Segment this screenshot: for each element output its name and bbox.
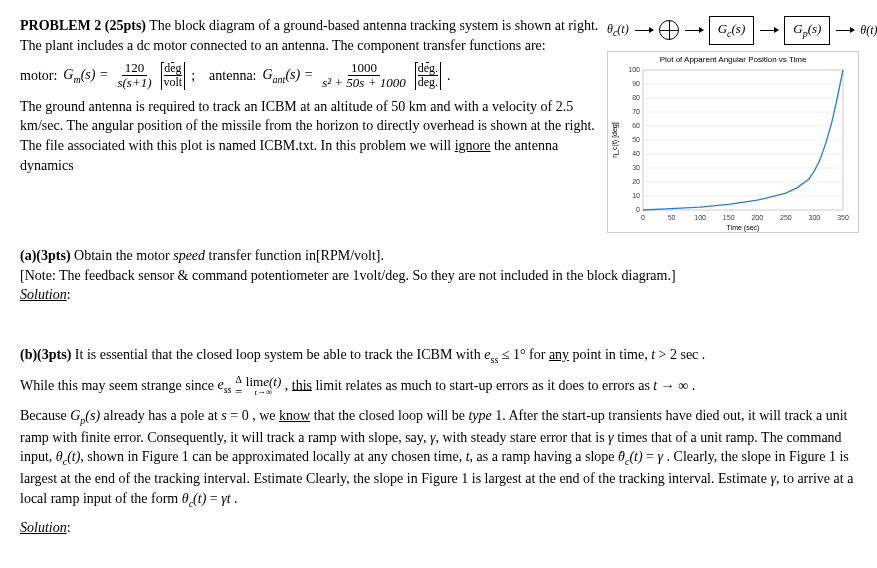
problem-header: PROBLEM 2 (25pts) The block diagram of a… [20, 16, 599, 55]
angular-position-chart: Plot of Apparent Angular Position vs Tim… [607, 51, 859, 233]
part-b-p2: While this may seem strange since ess Δ … [20, 375, 857, 398]
def-equals: Δ = [235, 375, 242, 398]
svg-text:250: 250 [780, 214, 792, 221]
block-diagram: θc(t) Gc(s) Gp(s) θ(t) [607, 16, 857, 45]
part-a-label: (a)(3pts) [20, 248, 71, 263]
antenna-lhs: Gant(s) = [262, 65, 313, 87]
svg-text:150: 150 [723, 214, 735, 221]
gc-block: Gc(s) [709, 16, 755, 45]
solution-label: Solution [20, 520, 67, 535]
arrow-icon [760, 30, 778, 31]
arrow-icon [685, 30, 703, 31]
summing-junction-icon [659, 20, 679, 40]
svg-text:20: 20 [632, 178, 640, 185]
chart-title: Plot of Apparent Angular Position vs Tim… [660, 55, 807, 64]
arrow-icon [836, 30, 854, 31]
antenna-units: deg. deg. [415, 62, 441, 89]
svg-text:0: 0 [641, 214, 645, 221]
output-signal: θ(t) [860, 22, 877, 39]
svg-text:350: 350 [837, 214, 849, 221]
solution-label: Solution [20, 287, 67, 302]
motor-lhs: Gm(s) = [63, 65, 108, 87]
problem-label: PROBLEM 2 (25pts) [20, 18, 146, 33]
part-b-solution: Solution: [20, 518, 857, 538]
chart-ylabel: η_c(t) [deg] [611, 122, 619, 157]
svg-text:300: 300 [809, 214, 821, 221]
svg-text:100: 100 [628, 66, 640, 73]
svg-text:100: 100 [694, 214, 706, 221]
antenna-fraction: 1000 s² + 50s + 1000 [319, 61, 409, 91]
svg-text:50: 50 [668, 214, 676, 221]
limit: lime(t) t→∞ [246, 375, 281, 397]
arrow-icon [635, 30, 653, 31]
motor-label: motor: [20, 66, 57, 86]
theta-dot: .θc(t) [618, 447, 643, 469]
part-a-note: [Note: The feedback sensor & command pot… [20, 268, 676, 283]
antenna-label: antenna: [209, 66, 256, 86]
svg-text:40: 40 [632, 150, 640, 157]
svg-text:50: 50 [632, 136, 640, 143]
svg-text:10: 10 [632, 192, 640, 199]
svg-text:0: 0 [636, 206, 640, 213]
part-a: (a)(3pts) Obtain the motor speed transfe… [20, 246, 857, 305]
input-signal: θc(t) [607, 21, 629, 40]
part-b: (b)(3pts) It is essential that the close… [20, 345, 857, 367]
motor-fraction: 120 s(s+1) [114, 61, 154, 91]
svg-text:30: 30 [632, 164, 640, 171]
svg-text:200: 200 [751, 214, 763, 221]
svg-text:60: 60 [632, 122, 640, 129]
part-b-label: (b)(3pts) [20, 347, 71, 362]
transfer-functions: motor: Gm(s) = 120 s(s+1) deg volt ; ant… [20, 61, 599, 91]
problem-description: The ground antenna is required to track … [20, 97, 599, 175]
motor-units: deg volt [161, 62, 186, 89]
part-b-p3: Because Gp(s) already has a pole at s = … [20, 406, 857, 511]
chart-xlabel: Time (sec) [727, 224, 760, 232]
gp-block: Gp(s) [784, 16, 830, 45]
svg-text:80: 80 [632, 94, 640, 101]
svg-text:70: 70 [632, 108, 640, 115]
svg-text:90: 90 [632, 80, 640, 87]
